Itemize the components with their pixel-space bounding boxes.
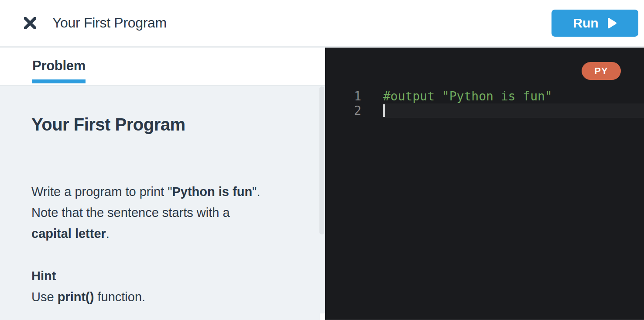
statement-bold-text: capital letter xyxy=(31,227,106,241)
statement-text: Write a program to print " xyxy=(31,185,172,199)
tab-problem-label: Problem xyxy=(32,58,86,74)
close-button[interactable] xyxy=(23,16,37,30)
tab-problem[interactable]: Problem xyxy=(32,48,86,83)
hint-bold-text: print() xyxy=(58,290,94,304)
problem-content: Your First Program Write a program to pr… xyxy=(0,86,325,320)
problem-panel: Problem Your First Program Write a progr… xyxy=(0,48,325,320)
text-cursor xyxy=(383,104,385,117)
hint-text-part: function. xyxy=(94,290,145,304)
page-title: Your First Program xyxy=(52,15,167,31)
statement-text: . xyxy=(106,227,110,241)
app-window: Your First Program Run Problem Your Firs… xyxy=(0,0,644,320)
close-icon xyxy=(24,17,36,29)
main-split: Problem Your First Program Write a progr… xyxy=(0,48,644,320)
code-line: 1 #output "Python is fun" xyxy=(325,89,644,103)
hint-block: Hint Use print() function. xyxy=(31,265,299,307)
code-line-active: 2 xyxy=(325,103,644,118)
run-button-label: Run xyxy=(573,16,598,31)
play-icon xyxy=(607,17,617,29)
topbar: Your First Program Run xyxy=(0,0,644,46)
hint-label: Hint xyxy=(31,265,299,286)
statement-text: ". xyxy=(252,185,260,199)
statement-line-1: Write a program to print "Python is fun"… xyxy=(31,181,299,202)
panel-scrollbar-corner xyxy=(320,313,325,320)
hint-text-part: Use xyxy=(31,290,58,304)
code-cell[interactable] xyxy=(383,103,644,118)
statement-text: Note that the sentence starts with a xyxy=(31,206,230,220)
panel-scrollbar-thumb[interactable] xyxy=(319,86,324,234)
problem-statement: Write a program to print "Python is fun"… xyxy=(31,181,299,244)
code-editor[interactable]: PY 1 #output "Python is fun" 2 xyxy=(325,48,644,320)
code-area[interactable]: 1 #output "Python is fun" 2 xyxy=(325,48,644,118)
line-number: 2 xyxy=(325,103,361,118)
statement-line-3: capital letter. xyxy=(31,223,299,244)
line-number: 1 xyxy=(325,89,361,103)
tab-active-underline xyxy=(32,79,86,83)
statement-line-2: Note that the sentence starts with a xyxy=(31,202,299,223)
problem-heading: Your First Program xyxy=(31,115,299,134)
code-cell[interactable]: #output "Python is fun" xyxy=(383,89,644,103)
code-comment-text: #output "Python is fun" xyxy=(383,89,552,103)
statement-bold-text: Python is fun xyxy=(172,185,252,199)
hint-text: Use print() function. xyxy=(31,286,299,307)
run-button[interactable]: Run xyxy=(552,10,638,37)
tab-bar: Problem xyxy=(0,48,325,86)
language-badge: PY xyxy=(582,62,621,80)
